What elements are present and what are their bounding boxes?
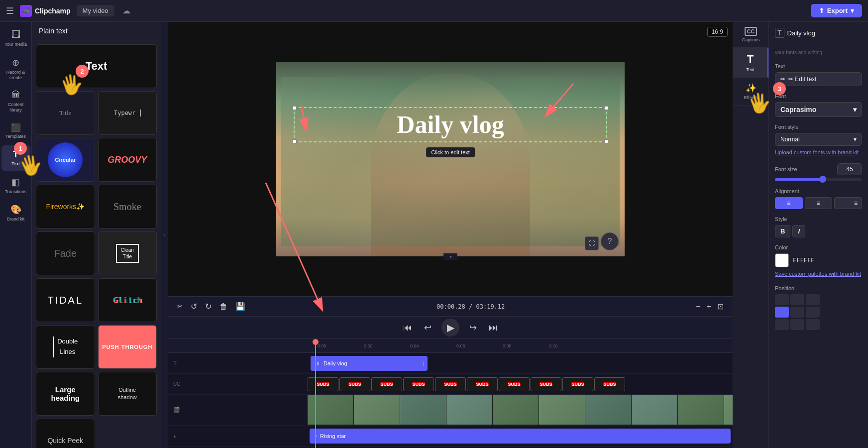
help-button[interactable]: ?: [601, 232, 619, 250]
pos-mid-left[interactable]: [775, 307, 789, 318]
video-background: [276, 62, 625, 256]
pos-top-left[interactable]: [775, 294, 789, 305]
text-card-outline-shadow[interactable]: Outlineshadow: [98, 372, 157, 416]
text-card-double-lines[interactable]: DoubleLines: [36, 325, 95, 369]
align-center-button[interactable]: ≡: [805, 197, 833, 209]
sidebar-item-brand-kit[interactable]: 🎨 Brand kit: [1, 200, 30, 226]
handle-br[interactable]: [604, 139, 608, 143]
handle-tl[interactable]: [293, 106, 297, 110]
font-style-selector[interactable]: Normal ▾: [775, 133, 862, 146]
delete-button[interactable]: 🗑: [217, 300, 229, 313]
text-card-push-through[interactable]: PUSH THROUGH: [98, 325, 157, 369]
sub-clip-3[interactable]: SUBS: [371, 377, 402, 391]
captions-tab[interactable]: CC Captions: [733, 22, 768, 48]
pos-bot-right[interactable]: [806, 319, 820, 330]
italic-button[interactable]: I: [792, 225, 805, 237]
pos-top-center[interactable]: [790, 294, 804, 305]
text-card-fade[interactable]: Fade: [36, 231, 95, 275]
music-track-content[interactable]: ♪ Rising star: [310, 429, 731, 444]
pos-mid-center[interactable]: [790, 307, 804, 318]
save-palettes-link[interactable]: Save custom palettes with brand kit: [775, 270, 862, 278]
sidebar-item-transitions[interactable]: ◧ Transitions: [1, 173, 30, 199]
sidebar-item-templates[interactable]: ⬛ Templates: [1, 119, 30, 143]
sub-clip-6[interactable]: SUBS: [467, 377, 498, 391]
upload-fonts-link[interactable]: Upload custom fonts with brand kit: [775, 149, 862, 156]
text-card-fireworks[interactable]: Fireworks✨: [36, 185, 95, 228]
text-card-quick-peek[interactable]: Quick Peek: [36, 419, 95, 448]
fit-view-button[interactable]: ⊡: [715, 300, 726, 313]
templates-icon: ⬛: [11, 123, 21, 132]
sub-clip-10[interactable]: SUBS: [594, 377, 625, 391]
bold-button[interactable]: B: [775, 225, 790, 237]
playhead[interactable]: [315, 339, 316, 448]
text-tab[interactable]: T Text: [733, 48, 768, 78]
video-track-content[interactable]: [308, 395, 733, 425]
effects-tab[interactable]: ✨ Effects: [733, 78, 768, 106]
pos-mid-right[interactable]: [806, 307, 820, 318]
text-card-large-heading[interactable]: Largeheading: [36, 372, 95, 416]
quick-peek-label: Quick Peek: [47, 437, 83, 445]
sidebar-item-record-create[interactable]: ⊕ Record &create: [1, 53, 30, 85]
sub-clip-2[interactable]: SUBS: [339, 377, 370, 391]
outline-shadow-label: Outlineshadow: [116, 384, 139, 404]
video-text-overlay[interactable]: Daily vlog: [301, 111, 600, 138]
large-heading-label: Largeheading: [51, 385, 80, 402]
forward-button[interactable]: ↪: [467, 320, 479, 335]
zoom-in-button[interactable]: +: [705, 300, 713, 313]
playback-controls: ✂ ↺ ↻ 🗑 💾 00:00.28 / 03:19.12 − + ⊡: [168, 296, 733, 316]
clip-end-handle[interactable]: |: [423, 360, 425, 366]
sidebar-item-text[interactable]: T Text: [1, 145, 30, 171]
rewind-button[interactable]: ↩: [422, 320, 434, 335]
skip-forward-button[interactable]: ⏭: [487, 321, 500, 335]
aspect-ratio-badge[interactable]: 16:9: [707, 27, 728, 37]
sidebar-item-content-library[interactable]: 🏛 Contentlibrary: [1, 86, 30, 117]
text-card-tidal[interactable]: TIDAL: [36, 278, 95, 322]
save-button[interactable]: 💾: [233, 300, 247, 313]
daily-vlog-clip[interactable]: ⏸ Daily vlog |: [311, 356, 428, 371]
text-card-circular[interactable]: Circular: [36, 138, 95, 182]
video-title-tab[interactable]: My video: [77, 5, 114, 16]
fullscreen-button[interactable]: ⛶: [585, 236, 599, 250]
text-track-content[interactable]: ⏸ Daily vlog |: [308, 353, 733, 373]
menu-icon[interactable]: ☰: [6, 5, 14, 16]
text-card-text[interactable]: Text: [36, 44, 157, 88]
sub-clip-4[interactable]: SUBS: [403, 377, 434, 391]
play-button[interactable]: ▶: [441, 319, 459, 336]
style-chevron-icon: ▾: [854, 136, 857, 143]
pos-top-right[interactable]: [806, 294, 820, 305]
pos-bot-left[interactable]: [775, 319, 789, 330]
sub-clip-8[interactable]: SUBS: [531, 377, 561, 391]
font-size-slider[interactable]: [775, 178, 862, 181]
split-button[interactable]: ✂: [175, 301, 185, 312]
sub-clip-5[interactable]: SUBS: [435, 377, 466, 391]
skip-back-button[interactable]: ⏮: [401, 321, 414, 335]
text-card-groovy[interactable]: GROOVY: [98, 138, 157, 182]
panel-collapse-handle[interactable]: ‹: [161, 22, 168, 448]
undo-button[interactable]: ↺: [189, 300, 199, 313]
alignment-section: Alignment ≡ ≡ ≡: [775, 188, 862, 209]
redo-button[interactable]: ↻: [203, 300, 214, 313]
sub-clip-1[interactable]: SUBS: [308, 377, 338, 391]
pos-bot-center[interactable]: [790, 319, 804, 330]
sub-clip-7[interactable]: SUBS: [499, 377, 530, 391]
text-card-glitch[interactable]: Glitch: [98, 278, 157, 322]
zoom-out-button[interactable]: −: [694, 300, 702, 313]
sidebar-item-your-media[interactable]: 🎞 Your media: [1, 26, 30, 51]
handle-tr[interactable]: [604, 106, 608, 110]
text-selection-box[interactable]: Daily vlog Click to edit text: [294, 107, 607, 142]
sub-clip-9[interactable]: SUBS: [562, 377, 593, 391]
align-left-button[interactable]: ≡: [775, 197, 803, 209]
font-selector[interactable]: Caprasimo ▾: [775, 102, 862, 117]
text-card-typewriter[interactable]: Typewr: [98, 91, 157, 135]
font-size-input[interactable]: [837, 163, 862, 175]
props-header-icon: T: [775, 28, 784, 38]
text-card-clean-title[interactable]: CleanTitle: [98, 231, 157, 275]
align-right-button[interactable]: ≡: [834, 197, 862, 209]
edit-text-button[interactable]: ✏ ✏ Edit text: [775, 72, 862, 86]
export-button[interactable]: ⬆ Export ▾: [811, 4, 862, 17]
text-card-smoke[interactable]: Smoke: [98, 185, 157, 228]
handle-bl[interactable]: [293, 139, 297, 143]
color-swatch[interactable]: [775, 253, 789, 267]
text-card-title[interactable]: Title: [36, 91, 95, 135]
preview-collapse-btn[interactable]: ▾: [443, 253, 457, 260]
